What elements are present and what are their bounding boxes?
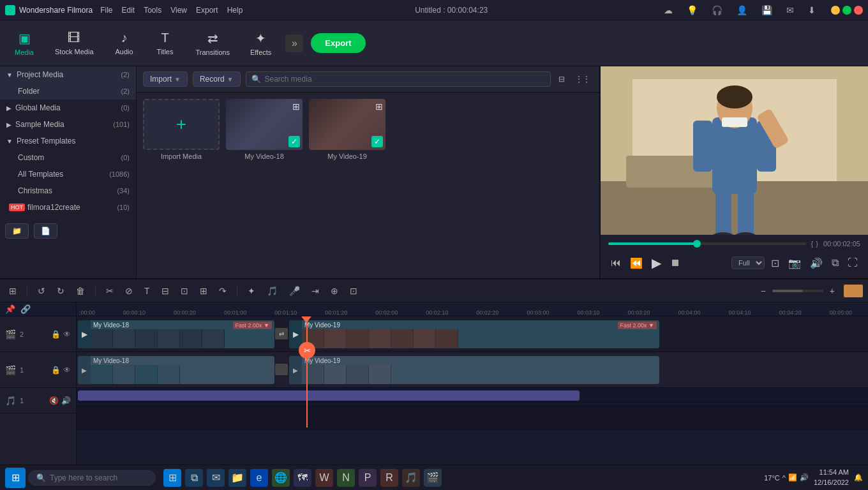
start-button[interactable]: ⊞ (5, 468, 26, 488)
speaker-icon[interactable]: 🔊 (800, 473, 809, 482)
minimize-button[interactable] (831, 6, 840, 15)
fullscreen-button[interactable]: ⛶ (845, 255, 860, 271)
headphones-icon[interactable]: 🎧 (708, 4, 726, 17)
play-button[interactable]: ▶ (649, 253, 664, 273)
new-item-button[interactable]: 📄 (34, 223, 57, 239)
zoom-in-button[interactable]: + (826, 284, 839, 298)
export-button[interactable]: Export (311, 33, 365, 53)
audio-effects-btn[interactable]: 🎵 (263, 284, 281, 298)
filter-icon[interactable]: ⊟ (556, 72, 567, 86)
import-media-item[interactable]: + Import Media (143, 99, 220, 272)
save-icon[interactable]: 💾 (758, 4, 776, 17)
eye-icon-track2[interactable]: 👁 (63, 330, 71, 339)
taskbar-icon-4[interactable]: 🌐 (272, 469, 290, 487)
track-row-video1[interactable]: ▶ My Video-18 (77, 352, 868, 388)
tray-icon-1[interactable]: ^ (782, 474, 786, 482)
mail-icon[interactable]: ✉ (782, 4, 798, 17)
taskbar-icon-10[interactable]: 🎵 (402, 469, 420, 487)
sidebar-folder[interactable]: Folder (2) (0, 83, 136, 100)
grid-options-icon[interactable]: ⋮⋮ (572, 72, 593, 86)
frame-back-button[interactable]: ⏪ (627, 255, 645, 272)
crop-button[interactable]: ⊞ (196, 284, 211, 298)
voiceover-btn[interactable]: 🎤 (285, 284, 304, 298)
transition-indicator[interactable]: ⇄ (275, 328, 288, 339)
taskbar-icon-edge[interactable]: e (250, 469, 268, 487)
system-clock[interactable]: 11:54 AM 12/16/2022 (814, 468, 849, 487)
split-audio-button[interactable]: ⊟ (158, 284, 173, 298)
menu-export[interactable]: Export (196, 6, 218, 15)
add-track-button[interactable]: ⊞ (5, 284, 20, 298)
toolbar-media[interactable]: ▣ Media (5, 27, 43, 60)
zoom-out-button[interactable]: − (757, 284, 770, 298)
taskbar-icon-8[interactable]: P (359, 469, 377, 487)
close-button[interactable] (854, 6, 863, 15)
effects-btn[interactable]: ✦ (244, 284, 259, 298)
clip-video1-v19[interactable]: ▶ My Video-19 (289, 356, 659, 384)
redo-button[interactable]: ↻ (53, 284, 68, 298)
clip-video2-v18[interactable]: ▶ My Video-18 Fast 2.00x ▼ (78, 320, 274, 348)
notification-icon[interactable]: 🔔 (854, 473, 863, 482)
collab-btn[interactable]: ⊡ (346, 284, 361, 298)
fit-screen-button[interactable]: ⊡ (768, 255, 782, 272)
sidebar-sample-media[interactable]: ▶ Sample Media (101) (0, 116, 136, 133)
download-icon[interactable]: ⬇ (804, 4, 819, 17)
motion-btn[interactable]: ⇥ (308, 284, 323, 298)
mute-icon-audio1[interactable]: 🔇 (49, 396, 59, 405)
taskbar-icon-6[interactable]: W (315, 469, 333, 487)
menu-tools[interactable]: Tools (144, 6, 161, 15)
timeline-content[interactable]: :00:00 00:00:10 00:00:20 00:01:00 00:01:… (77, 302, 868, 482)
taskview-button[interactable]: ⊞ (163, 469, 181, 487)
toolbar-stock-media[interactable]: 🎞 Stock Media (46, 27, 103, 59)
pip-button[interactable]: ⧉ (829, 255, 841, 271)
lock-icon-track2[interactable]: 🔒 (51, 330, 61, 339)
undo-button[interactable]: ↺ (34, 284, 49, 298)
pin-icon[interactable]: 📌 (5, 304, 15, 314)
search-input[interactable] (265, 75, 545, 84)
ripple-button[interactable]: ⊡ (177, 284, 192, 298)
menu-help[interactable]: Help (227, 6, 243, 15)
step-back-button[interactable]: ⏮ (608, 255, 624, 271)
audio-clip-bar[interactable] (78, 390, 580, 401)
taskbar-icon-7[interactable]: N (337, 469, 355, 487)
transition-indicator2[interactable] (275, 364, 288, 375)
text-button[interactable]: T (140, 284, 154, 298)
volume-icon-audio1[interactable]: 🔊 (61, 396, 71, 405)
link-icon[interactable]: 🔗 (20, 304, 31, 314)
new-folder-button[interactable]: 📁 (5, 223, 29, 239)
eye-icon-track1[interactable]: 👁 (63, 366, 71, 375)
media-item-video19[interactable]: ⊞ ✓ My Video-19 (309, 99, 385, 272)
taskbar-icon-2[interactable]: ✉ (207, 469, 225, 487)
media-item-video18[interactable]: ⊞ ✓ My Video-18 (226, 99, 303, 272)
zoom-slider[interactable] (772, 290, 823, 292)
clip-video1-v18[interactable]: ▶ My Video-18 (78, 356, 274, 384)
taskbar-icon-filmora[interactable]: 🎬 (424, 469, 442, 487)
no-cut-button[interactable]: ⊘ (121, 284, 137, 298)
screenshot-button[interactable]: 📷 (786, 255, 804, 272)
taskbar-icon-3[interactable]: 📁 (228, 469, 246, 487)
menu-edit[interactable]: Edit (122, 6, 135, 15)
quality-select[interactable]: Full 1/2 1/4 (731, 256, 765, 269)
bulb-icon[interactable]: 💡 (683, 4, 701, 17)
toolbar-effects[interactable]: ✦ Effects (241, 27, 280, 60)
cut-button[interactable]: ✂ (102, 284, 117, 298)
toolbar-expand-btn[interactable]: » (285, 34, 303, 52)
track-row-audio1[interactable] (77, 405, 868, 430)
toolbar-transitions[interactable]: ⇄ Transitions (187, 27, 239, 60)
record-button[interactable]: Record ▼ (193, 71, 241, 87)
sidebar-project-media[interactable]: ▼ Project Media (2) (0, 66, 136, 83)
sidebar-preset-templates[interactable]: ▼ Preset Templates (0, 133, 136, 149)
account-icon[interactable]: 👤 (733, 4, 751, 17)
cloud-icon[interactable]: ☁ (660, 4, 677, 17)
sidebar-all-templates[interactable]: All Templates (1086) (0, 166, 136, 182)
delete-button[interactable]: 🗑 (72, 284, 89, 298)
sidebar-filmora12create[interactable]: HOT filmora12create (10) (0, 199, 136, 216)
wifi-icon[interactable]: 📶 (788, 473, 797, 482)
menu-file[interactable]: File (100, 6, 112, 15)
taskbar-icon-1[interactable]: ⧉ (185, 469, 203, 487)
toolbar-titles[interactable]: T Titles (146, 27, 184, 59)
clip-video2-v19[interactable]: ▶ My Video-19 Fast 2.00x ▼ (289, 320, 659, 348)
maximize-button[interactable] (842, 6, 851, 15)
import-button[interactable]: Import ▼ (143, 71, 188, 87)
progress-bar[interactable] (608, 242, 806, 245)
lock-icon-track1[interactable]: 🔒 (51, 366, 61, 375)
